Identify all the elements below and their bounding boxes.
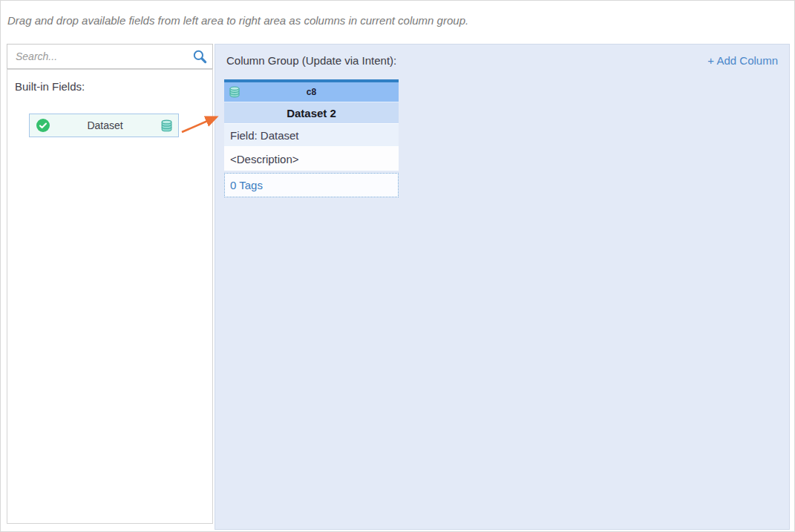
database-icon (229, 86, 241, 98)
field-item-dataset[interactable]: Dataset (29, 114, 179, 137)
card-description[interactable]: <Description> (224, 147, 399, 171)
column-card-c8[interactable]: c8 Dataset 2 Field: Dataset <Description… (224, 79, 399, 197)
column-group-editor: Drag and drop available fields from left… (0, 0, 795, 532)
column-group-title: Column Group (Update via Intent): (226, 54, 396, 67)
drag-drop-instruction: Drag and drop available fields from left… (7, 14, 468, 27)
card-header: c8 (224, 82, 399, 102)
card-tags[interactable]: 0 Tags (224, 173, 399, 197)
card-title: Dataset 2 (224, 102, 399, 124)
field-item-label: Dataset (50, 119, 160, 131)
built-in-fields-title: Built-in Fields: (15, 80, 85, 93)
column-group-header: Column Group (Update via Intent): + Add … (215, 45, 789, 67)
available-fields-panel: Built-in Fields: Dataset (7, 69, 213, 524)
database-icon (160, 119, 173, 132)
search-icon[interactable] (187, 49, 212, 64)
column-group-panel: Column Group (Update via Intent): + Add … (215, 44, 790, 530)
card-code: c8 (307, 87, 316, 97)
search-input[interactable] (7, 45, 187, 68)
search-box (7, 44, 213, 69)
check-circle-icon (36, 119, 50, 132)
add-column-button[interactable]: + Add Column (707, 54, 778, 67)
card-field-label: Field: Dataset (224, 124, 399, 147)
